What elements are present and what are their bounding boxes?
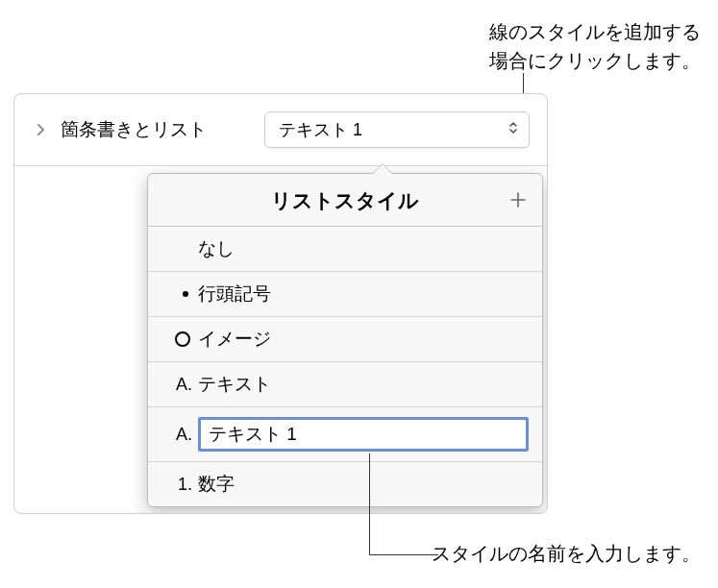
bullet-icon — [183, 291, 188, 297]
list-style-dropdown[interactable]: テキスト 1 — [264, 111, 530, 148]
inspector-panel: 箇条書きとリスト テキスト 1 リストスタイル なし 行頭記号 — [13, 93, 548, 514]
item-label: 行頭記号 — [198, 282, 271, 306]
style-item-image[interactable]: イメージ — [148, 317, 542, 362]
chevron-right-icon[interactable] — [36, 124, 47, 135]
item-label: 数字 — [198, 472, 235, 497]
popover-header: リストスタイル — [148, 174, 542, 227]
list-style-popover: リストスタイル なし 行頭記号 イメージ A. テキスト A. — [147, 173, 543, 507]
item-label: なし — [198, 236, 235, 261]
callout-text: 場合にクリックします。 — [489, 46, 701, 75]
divider — [14, 165, 547, 166]
plus-icon — [508, 190, 528, 209]
row-label: 箇条書きとリスト — [61, 117, 207, 142]
item-label: テキスト — [198, 372, 271, 397]
callout-add-style: 線のスタイルを追加する 場合にクリックします。 — [489, 17, 701, 75]
item-label: イメージ — [198, 327, 271, 352]
item-marker: A. — [169, 375, 192, 395]
style-name-input[interactable] — [198, 417, 529, 452]
add-style-button[interactable] — [506, 187, 531, 212]
style-item-number[interactable]: 1. 数字 — [148, 462, 542, 506]
item-marker: 1. — [169, 475, 192, 495]
dropdown-value: テキスト 1 — [279, 118, 362, 141]
chevron-updown-icon — [508, 120, 519, 140]
bullets-lists-row: 箇条書きとリスト テキスト 1 — [14, 94, 547, 165]
style-list: なし 行頭記号 イメージ A. テキスト A. 1. 数字 — [148, 227, 542, 506]
leader-line — [369, 554, 438, 555]
callout-text: 線のスタイルを追加する — [489, 17, 701, 46]
style-item-text-editing[interactable]: A. — [148, 407, 542, 462]
style-item-none[interactable]: なし — [148, 227, 542, 272]
circle-icon — [175, 331, 190, 347]
leader-line — [369, 453, 370, 554]
style-item-bullet[interactable]: 行頭記号 — [148, 272, 542, 317]
callout-text: スタイルの名前を入力します。 — [432, 543, 701, 564]
item-marker: A. — [169, 425, 192, 445]
callout-enter-name: スタイルの名前を入力します。 — [432, 541, 701, 567]
popover-title: リストスタイル — [271, 189, 419, 211]
style-item-text[interactable]: A. テキスト — [148, 362, 542, 407]
